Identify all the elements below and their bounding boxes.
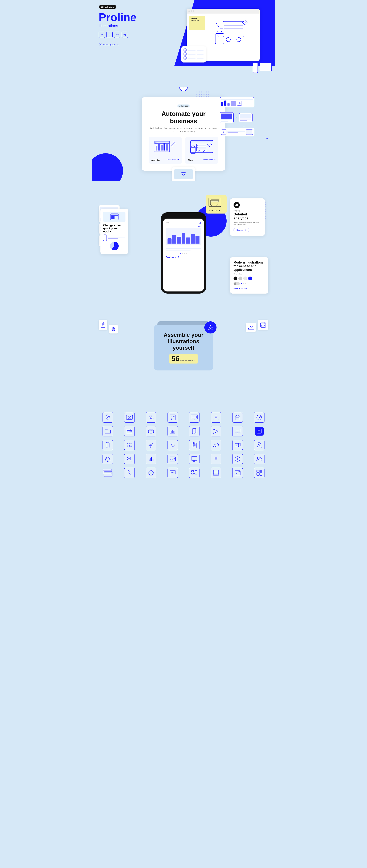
svg-point-152 [128,444,129,446]
svg-rect-218 [257,470,259,472]
phone-read-more[interactable]: Read more [166,256,176,258]
flow-diagram: ↓ → ↓ [220,97,268,140]
play-button[interactable] [179,87,188,91]
icon-cell-35 [142,468,160,478]
online-store-read-more[interactable]: Online Store [208,210,225,212]
browser-dot-yellow [191,10,192,12]
svg-rect-20 [158,144,160,151]
clipboard-icon [189,440,199,450]
svg-rect-21 [161,145,163,151]
analytics-label: Analytics [151,159,160,161]
tablet-icon [189,426,199,436]
icon-cell-8 [250,412,269,423]
svg-rect-184 [152,459,153,461]
svg-rect-54 [236,204,237,206]
three-dots-menu [166,226,201,226]
main-phone-mockup: 9:41 [161,212,206,293]
brand-name: welovegraphics [103,43,119,46]
icons-grid-3 [99,468,268,478]
svg-rect-85 [262,326,263,327]
register-button[interactable]: Register [233,228,249,232]
monitor-screen-icon [189,412,199,423]
icon-cell-27 [142,454,160,464]
automate-illustrations: Analytics Read more [149,137,218,164]
dots-nav [166,253,201,254]
svg-rect-166 [213,443,219,447]
toggle-switch[interactable] [233,282,240,285]
chart-bar-7 [196,236,199,244]
register-label: Register [236,229,243,231]
online-store-card: Online Store [206,195,227,214]
top-right-icons [258,319,268,330]
icon-cell-9 [99,426,117,436]
icon-cell-33 [99,468,117,478]
top-left-icons [99,319,107,330]
icon-cell-37 [185,468,203,478]
icon-cell-15 [228,426,247,436]
browser-bar [187,9,260,13]
format-png-icon: png [114,32,120,38]
user-line-long [188,50,196,51]
svg-point-193 [216,461,216,461]
icon-cell-34 [120,468,139,478]
flow-box-top [220,97,254,107]
read-more-row: Read more [166,256,201,258]
icon-cell-7 [228,412,247,423]
folder-files-icon [103,426,113,436]
detailed-analytics-card: Simplicity Detailed analytics We will pr… [230,198,265,236]
toggle-switch-row [233,282,265,285]
computer-screen-icon [189,454,199,464]
browser-stack-icon [103,469,112,477]
user-list-item: A [184,49,204,52]
svg-point-154 [131,444,132,446]
svg-point-7 [226,37,230,42]
user-avatar-2: A [184,53,187,56]
svg-point-90 [250,326,251,327]
assemble-section: Assemble your illustrations yourself 56 … [92,314,275,489]
mini-phone-row [103,235,125,241]
icon-cell-4 [164,412,182,423]
format-svg-icon: svg [122,32,128,38]
svg-point-197 [260,458,261,459]
device-group [253,62,272,73]
svg-rect-55 [237,204,238,206]
gear-badge [204,321,217,334]
hero-section: 16 Illustrations Proline Illustrations A… [92,0,275,87]
change-color-title: Change color quickly and easily [103,224,125,233]
svg-rect-22 [164,143,165,151]
phone-mobile-icon [103,440,113,450]
svg-point-110 [216,417,217,418]
icon-cell-12 [164,426,182,436]
icon-cell-2 [120,412,139,423]
svg-rect-28 [197,145,206,146]
phone-status-bar: 9:41 [166,222,169,224]
chart-bar-6 [191,234,195,244]
svg-rect-122 [129,431,130,432]
icon-cell-32 [250,454,269,464]
swatch-gray [238,277,242,280]
svg-rect-99 [170,415,175,420]
icon-cell-11 [142,426,160,436]
svg-rect-82 [262,325,263,326]
svg-point-149 [128,443,129,444]
analytics-footer: Analytics Read more [151,157,179,161]
analytics-read-more[interactable]: Read more [167,159,179,161]
svg-point-88 [248,328,249,329]
svg-marker-96 [129,416,131,418]
svg-point-215 [217,475,218,475]
svg-rect-205 [195,470,197,472]
grid-dots-icon [124,440,135,450]
svg-point-202 [173,472,174,473]
svg-rect-112 [235,416,240,420]
modern-read-more[interactable]: Read more [233,287,265,290]
location-map-icon [103,412,113,423]
svg-point-153 [129,444,130,446]
user-list-item-3: A [184,56,204,60]
icon-cell-40 [250,468,269,478]
svg-point-201 [172,472,173,473]
svg-rect-187 [191,457,197,460]
color-palette [233,277,265,280]
image-placeholder-icon [232,468,243,478]
shop-read-more[interactable]: Read more [203,159,216,161]
play-circle-icon [232,454,243,464]
